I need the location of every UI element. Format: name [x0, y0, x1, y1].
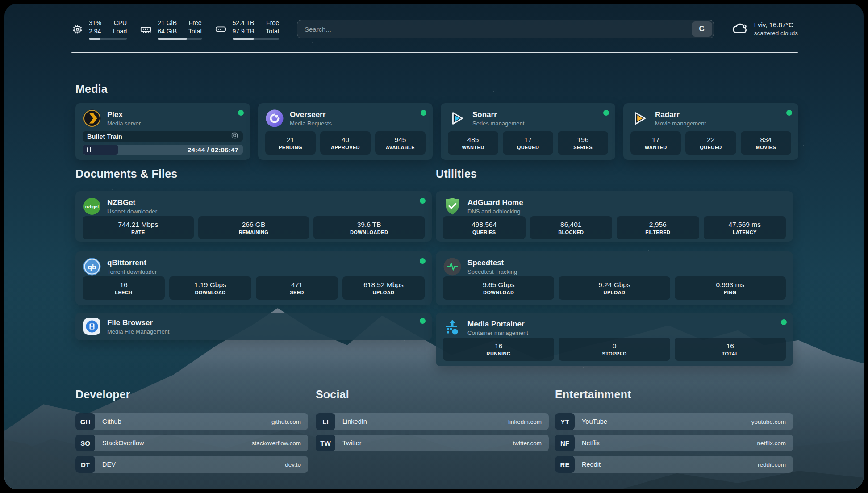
- dashboard-screen: 31% CPU 2.94 Load 21 GiB Free 64 G: [4, 4, 864, 489]
- stat-box: 47.569 msLATENCY: [704, 216, 786, 239]
- bookmark-reddit[interactable]: RE Reddit reddit.com: [555, 456, 793, 473]
- status-dot: [420, 318, 426, 324]
- cpu-usage-value: 31%: [89, 19, 101, 27]
- stat-value: 9.24 Gbps: [598, 280, 630, 289]
- stat-value: 266 GB: [242, 220, 266, 229]
- stat-label: DOWNLOADED: [350, 229, 388, 236]
- memory-free-value: 21 GiB: [158, 19, 177, 27]
- stat-box: 39.6 TBDOWNLOADED: [313, 216, 425, 239]
- stat-value: 16: [120, 280, 127, 289]
- bookmark-url: linkedin.com: [508, 418, 542, 425]
- section-title-media: Media: [75, 83, 108, 96]
- now-playing-row: Bullet Train: [83, 131, 243, 142]
- plex-card[interactable]: Plex Media server Bullet Train 24:44 / 0…: [75, 103, 250, 160]
- disk-progress-fill: [233, 38, 254, 40]
- bookmark-netflix[interactable]: NF Netflix netflix.com: [555, 435, 793, 451]
- bookmark-abbr: RE: [555, 456, 575, 473]
- memory-icon: [139, 23, 152, 35]
- card-subtitle: Usenet downloader: [107, 208, 157, 215]
- section-title-utilities: Utilities: [436, 167, 477, 180]
- speedtest-logo-icon: [443, 257, 462, 276]
- playback-time: 24:44 / 02:06:47: [188, 145, 238, 155]
- search-input[interactable]: [297, 25, 714, 33]
- bookmark-stackoverflow[interactable]: SO StackOverflow stackoverflow.com: [75, 435, 308, 451]
- svg-text:nzbget: nzbget: [85, 204, 99, 209]
- memory-label-1: Free: [188, 19, 202, 27]
- cpu-label-1: CPU: [113, 19, 127, 27]
- weather-condition: scattered clouds: [754, 29, 798, 38]
- nzbget-card[interactable]: nzbget NZBGet Usenet downloader 744.21 M…: [75, 191, 432, 242]
- stat-label: FILTERED: [645, 229, 670, 236]
- bookmark-dev[interactable]: DT DEV dev.to: [75, 456, 308, 473]
- playback-progress-fill: [83, 145, 118, 155]
- stat-label: SEED: [290, 289, 304, 296]
- status-dot: [603, 110, 609, 116]
- stat-label: QUEUED: [517, 144, 539, 151]
- stat-box: 0.993 msPING: [675, 276, 786, 300]
- bookmark-name: LinkedIn: [342, 418, 508, 425]
- bookmark-linkedin[interactable]: LI LinkedIn linkedin.com: [316, 413, 549, 430]
- stat-box: 40APPROVED: [320, 131, 371, 155]
- stat-box: 618.52 MbpsUPLOAD: [342, 276, 425, 300]
- stat-value: 22: [707, 135, 714, 144]
- disk-label-1: Free: [266, 19, 279, 27]
- stat-box: 498,564QUERIES: [443, 216, 526, 239]
- stat-label: UPLOAD: [604, 289, 626, 296]
- memory-total-value: 64 GiB: [158, 27, 177, 36]
- disk-progress-track: [233, 38, 279, 40]
- stat-label: UPLOAD: [373, 289, 395, 296]
- stat-label: RATE: [131, 229, 145, 236]
- card-subtitle: DNS and adblocking: [467, 208, 523, 215]
- card-subtitle: Movie management: [655, 120, 706, 127]
- session-settings-icon[interactable]: [231, 132, 238, 141]
- stat-label: PING: [724, 289, 737, 296]
- stat-label: RUNNING: [487, 351, 511, 357]
- card-subtitle: Series management: [472, 120, 524, 127]
- radarr-card[interactable]: Radarr Movie management 17WANTED 22QUEUE…: [623, 103, 798, 160]
- overseerr-card[interactable]: Overseerr Media Requests 21PENDING 40APP…: [258, 103, 433, 160]
- card-title: Overseerr: [290, 110, 332, 119]
- search-engine-button[interactable]: G: [692, 21, 712, 37]
- card-title: Sonarr: [472, 110, 524, 119]
- card-subtitle: Media server: [107, 120, 141, 127]
- speedtest-card[interactable]: Speedtest Speedtest Tracking 9.65 GbpsDO…: [436, 251, 793, 305]
- disk-total-value: 97.9 TB: [233, 27, 255, 36]
- pause-icon[interactable]: [87, 147, 91, 152]
- bookmark-abbr: YT: [555, 413, 575, 430]
- bookmark-url: stackoverflow.com: [252, 440, 301, 447]
- stat-value: 498,564: [472, 220, 497, 229]
- stat-box: 945AVAILABLE: [375, 131, 426, 155]
- cpu-icon: [71, 23, 83, 35]
- status-dot: [781, 319, 787, 325]
- radarr-logo-icon: [630, 109, 649, 128]
- plex-logo-icon: [83, 109, 101, 128]
- sonarr-card[interactable]: Sonarr Series management 485WANTED 17QUE…: [441, 103, 615, 160]
- stat-box: 16LEECH: [83, 276, 165, 300]
- qbittorrent-card[interactable]: qb qBittorrent Torrent downloader 16LEEC…: [75, 251, 432, 305]
- stat-box: 2,956FILTERED: [617, 216, 699, 239]
- stat-value: 9.65 Gbps: [483, 280, 515, 289]
- bookmark-url: dev.to: [285, 461, 301, 468]
- cpu-progress-track: [89, 38, 127, 40]
- card-title: AdGuard Home: [467, 198, 523, 207]
- resource-stats: 31% CPU 2.94 Load 21 GiB Free 64 G: [71, 19, 279, 40]
- portainer-card[interactable]: Media Portainer Container management 16R…: [436, 313, 793, 366]
- bookmark-abbr: LI: [316, 413, 335, 430]
- card-subtitle: Container management: [467, 329, 528, 337]
- stat-label: BLOCKED: [558, 229, 584, 236]
- disk-free-value: 52.4 TB: [233, 19, 255, 27]
- stat-label: APPROVED: [331, 144, 360, 151]
- nzbget-logo-icon: nzbget: [83, 197, 101, 216]
- bookmark-twitter[interactable]: TW Twitter twitter.com: [316, 435, 549, 451]
- bookmark-youtube[interactable]: YT YouTube youtube.com: [555, 413, 793, 430]
- filebrowser-card[interactable]: File Browser Media File Management: [75, 313, 432, 340]
- stat-label: PENDING: [279, 144, 302, 151]
- stat-box: 196SERIES: [558, 131, 608, 155]
- status-dot: [420, 198, 426, 204]
- card-subtitle: Media File Management: [107, 328, 169, 335]
- bookmark-abbr: DT: [75, 456, 95, 473]
- bookmark-github[interactable]: GH Github github.com: [75, 413, 308, 430]
- cloud-icon: [732, 21, 749, 37]
- adguard-card[interactable]: AdGuard Home DNS and adblocking 498,564Q…: [436, 191, 793, 242]
- cpu-load-value: 2.94: [89, 27, 101, 36]
